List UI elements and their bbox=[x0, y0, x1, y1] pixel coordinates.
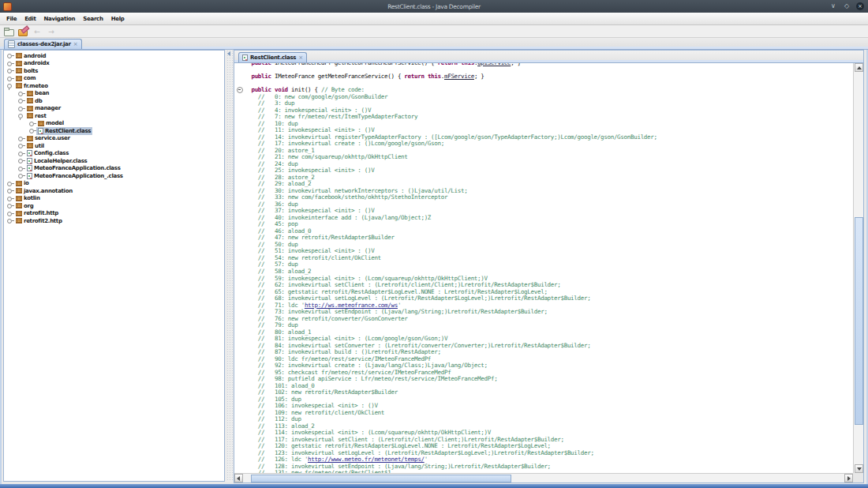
class-icon bbox=[27, 173, 32, 179]
scroll-right-button[interactable] bbox=[844, 474, 853, 482]
title-bar[interactable]: RestClient.class - Java Decompiler ∨◇× bbox=[0, 0, 868, 13]
close-tab-icon[interactable]: × bbox=[298, 55, 303, 61]
collapse-panel-icon[interactable] bbox=[227, 51, 230, 56]
tree-item-manager[interactable]: manager bbox=[4, 105, 224, 113]
tree-item-util[interactable]: util bbox=[4, 142, 224, 150]
tree-item-db[interactable]: db bbox=[4, 97, 224, 105]
tree-item-kotlin[interactable]: kotlin bbox=[4, 195, 224, 203]
minimize-button[interactable]: ∨ bbox=[829, 2, 837, 10]
tree-item-androidx[interactable]: androidx bbox=[4, 60, 224, 68]
expand-handle-icon[interactable] bbox=[6, 210, 14, 217]
tab-classes-dex2jar[interactable]: classes-dex2jar.jar × bbox=[4, 39, 82, 49]
expand-handle-icon[interactable] bbox=[6, 195, 14, 202]
menu-edit[interactable]: Edit bbox=[21, 16, 39, 22]
scroll-down-button[interactable] bbox=[855, 464, 863, 473]
code-line: // 7: new fr/meteo/rest/ItemTypeAdapterF… bbox=[245, 114, 853, 121]
tree-item-localehelper-class[interactable]: LocaleHelper.class bbox=[4, 157, 224, 165]
expand-handle-icon[interactable] bbox=[17, 150, 25, 157]
code-line: // 112: dup bbox=[245, 416, 853, 423]
tree-item-bean[interactable]: bean bbox=[4, 90, 224, 98]
tree-item-retrofit2-http[interactable]: retrofit2.http bbox=[4, 217, 224, 225]
tree-item-model[interactable]: model bbox=[4, 120, 224, 128]
class-icon bbox=[27, 165, 32, 171]
expand-handle-icon[interactable] bbox=[28, 120, 36, 127]
package-icon bbox=[16, 61, 22, 66]
expand-handle-icon[interactable] bbox=[17, 90, 25, 97]
code-link[interactable]: apiService bbox=[477, 63, 511, 66]
forward-icon[interactable]: → bbox=[46, 27, 57, 36]
tree-item-com[interactable]: com bbox=[4, 75, 224, 83]
expand-handle-icon[interactable] bbox=[17, 172, 25, 179]
tree-item-restclient-class[interactable]: RestClient.class bbox=[4, 127, 224, 135]
horizontal-scrollbar[interactable] bbox=[234, 473, 853, 482]
expand-handle-icon[interactable] bbox=[6, 217, 14, 224]
tree-item-meteofranceapplication-class[interactable]: MeteoFranceApplication_.class bbox=[4, 172, 224, 180]
tree-item-org[interactable]: org bbox=[4, 202, 224, 210]
expand-handle-icon[interactable] bbox=[17, 165, 25, 172]
split-divider[interactable] bbox=[226, 50, 233, 482]
package-icon bbox=[27, 106, 33, 111]
menu-bar: FileEditNavigationSearchHelp bbox=[0, 13, 868, 25]
menu-help[interactable]: Help bbox=[107, 16, 129, 22]
jar-icon bbox=[8, 40, 15, 48]
menu-file[interactable]: File bbox=[2, 16, 21, 22]
expand-handle-icon[interactable] bbox=[17, 105, 25, 112]
window-bottom-border bbox=[0, 484, 868, 488]
package-icon bbox=[16, 83, 22, 88]
maximize-button[interactable]: ◇ bbox=[843, 2, 851, 10]
tree-item-config-class[interactable]: Config.class bbox=[4, 150, 224, 158]
collapse-handle-icon[interactable] bbox=[6, 82, 14, 89]
code-viewport[interactable]: public IMeteoFranceMedPf getMeteoFranceM… bbox=[234, 63, 853, 473]
expand-handle-icon[interactable] bbox=[6, 202, 14, 209]
expand-handle-icon[interactable] bbox=[17, 97, 25, 104]
tree-item-service-user[interactable]: service.user bbox=[4, 135, 224, 143]
expand-handle-icon[interactable] bbox=[28, 127, 36, 134]
package-icon bbox=[38, 121, 44, 126]
expand-handle-icon[interactable] bbox=[6, 187, 14, 194]
expand-handle-icon[interactable] bbox=[17, 157, 25, 164]
tree-item-rest[interactable]: rest bbox=[4, 112, 224, 120]
scroll-left-button[interactable] bbox=[234, 474, 243, 482]
expand-handle-icon[interactable] bbox=[6, 67, 14, 74]
expand-handle-icon[interactable] bbox=[17, 135, 25, 142]
horizontal-scrollbar-thumb[interactable] bbox=[251, 475, 511, 482]
expand-handle-icon[interactable] bbox=[6, 60, 14, 67]
tree-item-android[interactable]: android bbox=[4, 52, 224, 60]
open-type-icon[interactable] bbox=[17, 27, 28, 36]
collapse-handle-icon[interactable] bbox=[17, 112, 25, 119]
vertical-scrollbar[interactable] bbox=[853, 63, 863, 473]
tree-item-label: rest bbox=[35, 113, 47, 119]
tree-item-label: service.user bbox=[35, 135, 70, 141]
tree-item-label: MeteoFranceApplication.class bbox=[34, 165, 121, 171]
menu-search[interactable]: Search bbox=[79, 16, 107, 22]
package-icon bbox=[16, 218, 22, 223]
tree-item-label: MeteoFranceApplication_.class bbox=[34, 173, 123, 179]
tree-item-io[interactable]: io bbox=[4, 180, 224, 188]
fold-collapse-marker[interactable] bbox=[237, 87, 243, 93]
expand-handle-icon[interactable] bbox=[6, 52, 14, 59]
package-icon bbox=[16, 211, 22, 216]
vertical-scrollbar-thumb[interactable] bbox=[855, 217, 863, 425]
expand-handle-icon[interactable] bbox=[6, 180, 14, 187]
expand-handle-icon[interactable] bbox=[17, 142, 25, 149]
close-tab-icon[interactable]: × bbox=[73, 42, 78, 47]
tree-item-retrofit-http[interactable]: retrofit.http bbox=[4, 210, 224, 218]
editor-tab-label: RestClient.class bbox=[250, 54, 296, 61]
expand-handle-icon[interactable] bbox=[6, 75, 14, 82]
tree-item-javax-annotation[interactable]: javax.annotation bbox=[4, 187, 224, 195]
tree-item-fr-meteo[interactable]: fr.meteo bbox=[4, 82, 224, 90]
tree-item-meteofranceapplication-class[interactable]: MeteoFranceApplication.class bbox=[4, 165, 224, 173]
tree-item-label: manager bbox=[35, 105, 61, 111]
package-icon bbox=[16, 68, 22, 73]
app-window: RestClient.class - Java Decompiler ∨◇× F… bbox=[0, 0, 868, 488]
code-line: // 109: new retrofit/client/OkClient bbox=[245, 410, 853, 417]
code-link[interactable]: mFService bbox=[444, 73, 474, 80]
tree-item-bolts[interactable]: bolts bbox=[4, 67, 224, 75]
close-button[interactable]: × bbox=[856, 2, 864, 10]
tab-restclient-class[interactable]: RestClient.class × bbox=[238, 52, 307, 62]
open-file-icon[interactable] bbox=[3, 27, 14, 36]
back-icon[interactable]: ← bbox=[32, 27, 43, 36]
window-left-edge bbox=[0, 50, 2, 484]
menu-navigation[interactable]: Navigation bbox=[39, 16, 79, 22]
scroll-up-button[interactable] bbox=[855, 63, 863, 72]
